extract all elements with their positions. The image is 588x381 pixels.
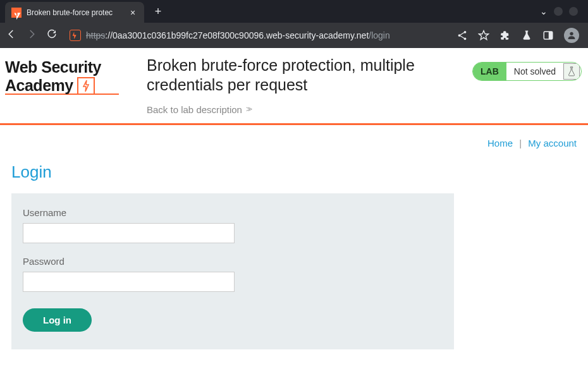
browser-tab[interactable]: Broken brute-force protec ×: [5, 2, 144, 23]
username-label: Username: [23, 207, 443, 218]
back-link-text: Back to lab description: [147, 104, 242, 115]
url-text: https://0aa3001c0361b99fc27e08f300c90096…: [86, 30, 390, 40]
forward-button[interactable]: [25, 28, 38, 42]
favicon-icon: [11, 8, 21, 18]
url-protocol: https: [86, 30, 105, 40]
labs-icon[interactable]: [521, 30, 532, 41]
tab-bar: Broken brute-force protec × + ⌄: [0, 0, 588, 23]
flask-icon: [563, 63, 580, 80]
tab-title: Broken brute-force protec: [27, 8, 123, 17]
password-label: Password: [23, 256, 443, 267]
nav-home[interactable]: Home: [487, 138, 513, 148]
bookmark-icon[interactable]: [478, 30, 489, 41]
toolbar-right: [456, 28, 583, 43]
close-icon[interactable]: ×: [128, 8, 138, 18]
extensions-icon[interactable]: [499, 30, 511, 41]
new-tab-button[interactable]: +: [149, 5, 167, 18]
svg-point-5: [570, 32, 573, 35]
url-host: ://0aa3001c0361b99fc27e08f300c90096.web-…: [105, 30, 369, 40]
chevron-right-icon: >>: [246, 105, 250, 114]
login-button[interactable]: Log in: [23, 308, 92, 332]
logo-text-2: Academy: [5, 76, 73, 95]
chevron-down-icon[interactable]: ⌄: [540, 6, 548, 16]
content: Home | My account Login Username Passwor…: [0, 125, 588, 362]
share-icon[interactable]: [456, 30, 468, 41]
tab-bar-right: ⌄: [540, 6, 583, 16]
sidepanel-icon[interactable]: [542, 30, 554, 41]
logo-line-2: Academy: [5, 76, 132, 95]
lab-badge: LAB: [473, 63, 506, 80]
back-button[interactable]: [5, 28, 18, 42]
url-path: /login: [369, 30, 389, 40]
profile-icon[interactable]: [564, 28, 579, 43]
status-text: Not solved: [506, 66, 563, 76]
site-info-icon[interactable]: [70, 30, 81, 41]
password-input[interactable]: [23, 272, 235, 292]
top-nav: Home | My account: [11, 138, 577, 148]
back-link[interactable]: Back to lab description >>: [147, 104, 250, 115]
window-control[interactable]: [554, 7, 563, 16]
logo[interactable]: Web Security Academy: [5, 56, 132, 95]
browser-toolbar: https://0aa3001c0361b99fc27e08f300c90096…: [0, 23, 588, 48]
logo-bolt-icon: [77, 77, 95, 95]
browser-chrome: Broken brute-force protec × + ⌄ https://…: [0, 0, 588, 48]
login-heading: Login: [11, 162, 577, 182]
nav-separator: |: [519, 138, 522, 148]
nav-my-account[interactable]: My account: [528, 138, 577, 148]
svg-rect-4: [549, 32, 553, 39]
lab-header: Web Security Academy Broken brute-force …: [0, 48, 588, 123]
logo-line-1: Web Security: [5, 58, 132, 76]
window-control[interactable]: [569, 7, 578, 16]
username-input[interactable]: [23, 223, 235, 243]
address-bar[interactable]: https://0aa3001c0361b99fc27e08f300c90096…: [66, 27, 449, 44]
reload-button[interactable]: [46, 28, 58, 42]
login-form: Username Password Log in: [11, 193, 454, 349]
page-content: Web Security Academy Broken brute-force …: [0, 48, 588, 381]
lab-status: LAB Not solved: [472, 62, 582, 81]
